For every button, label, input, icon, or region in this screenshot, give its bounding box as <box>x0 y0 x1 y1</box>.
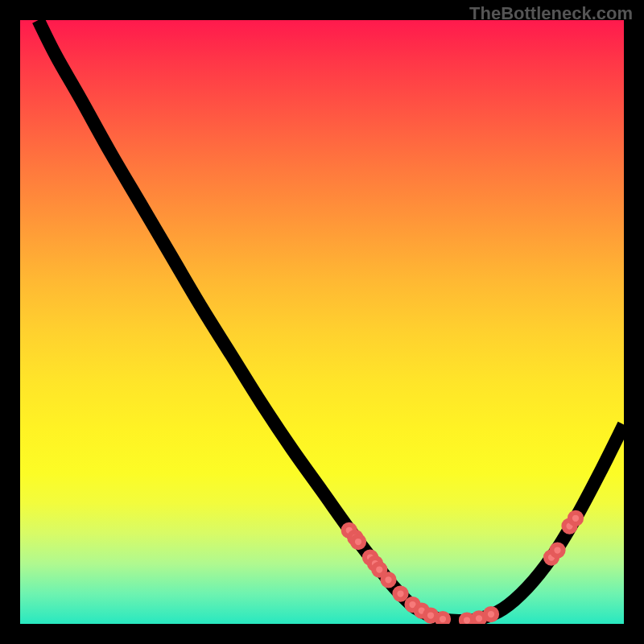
chart-svg <box>20 20 624 624</box>
chart-plot-area <box>20 20 624 624</box>
highlight-dot <box>353 536 364 547</box>
highlight-dot <box>485 609 497 620</box>
highlight-dot <box>570 513 581 524</box>
highlight-dot <box>394 588 406 599</box>
watermark-text: TheBottleneck.com <box>469 3 633 24</box>
bottleneck-curve-line <box>39 20 625 621</box>
highlight-dot <box>551 544 563 555</box>
highlight-dot <box>382 574 394 585</box>
highlight-dot <box>437 613 448 624</box>
